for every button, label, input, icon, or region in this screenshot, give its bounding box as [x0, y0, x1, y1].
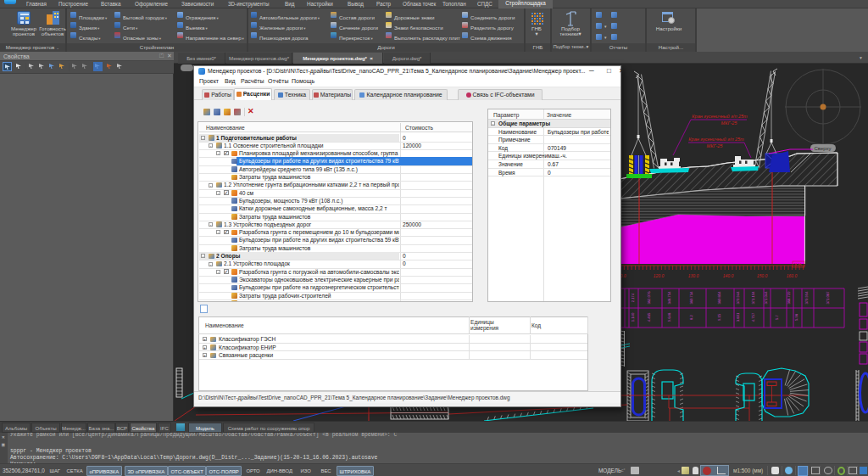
svg-text:5.98: 5.98	[794, 313, 798, 321]
svg-text:Кран гусеничный г/п 25т: Кран гусеничный г/п 25т	[692, 114, 748, 119]
svg-text:Х.Н: Х.Н	[794, 262, 802, 267]
svg-text:362.076: 362.076	[647, 291, 651, 305]
svg-text:4.757: 4.757	[751, 312, 755, 322]
svg-text:368.729: 368.729	[787, 291, 791, 305]
svg-text:348.754: 348.754	[667, 291, 671, 305]
svg-text:150.0: 150.0	[757, 273, 768, 278]
svg-text:140.0: 140.0	[723, 273, 734, 278]
svg-text:130.0: 130.0	[688, 273, 699, 278]
svg-text:371.044: 371.044	[764, 291, 768, 305]
svg-text:8.2: 8.2	[689, 314, 693, 319]
svg-text:Кран гусеничный г/п 25т: Кран гусеничный г/п 25т	[688, 137, 744, 142]
svg-text:370.994: 370.994	[804, 291, 809, 305]
svg-text:МКГ-25: МКГ-25	[707, 143, 724, 148]
svg-text:2.174: 2.174	[631, 293, 635, 302]
svg-text:371.087: 371.087	[826, 291, 830, 305]
svg-text:160.0: 160.0	[787, 273, 798, 278]
svg-text:360.854: 360.854	[717, 291, 721, 305]
svg-text:360.734: 360.734	[689, 291, 693, 305]
svg-text:5.7: 5.7	[775, 314, 779, 319]
svg-text:120.0: 120.0	[654, 273, 665, 278]
svg-text:1.140: 1.140	[631, 312, 635, 322]
svg-text:9.648: 9.648	[667, 312, 671, 322]
svg-text:4.485: 4.485	[647, 312, 651, 322]
svg-text:МКГ-25: МКГ-25	[721, 120, 738, 126]
svg-text:3.801: 3.801	[736, 312, 740, 322]
svg-text:Сверху: Сверху	[814, 146, 831, 151]
svg-text:9.15: 9.15	[717, 313, 721, 321]
svg-text:371.104: 371.104	[751, 291, 755, 305]
svg-text:370.944: 370.944	[736, 291, 740, 305]
